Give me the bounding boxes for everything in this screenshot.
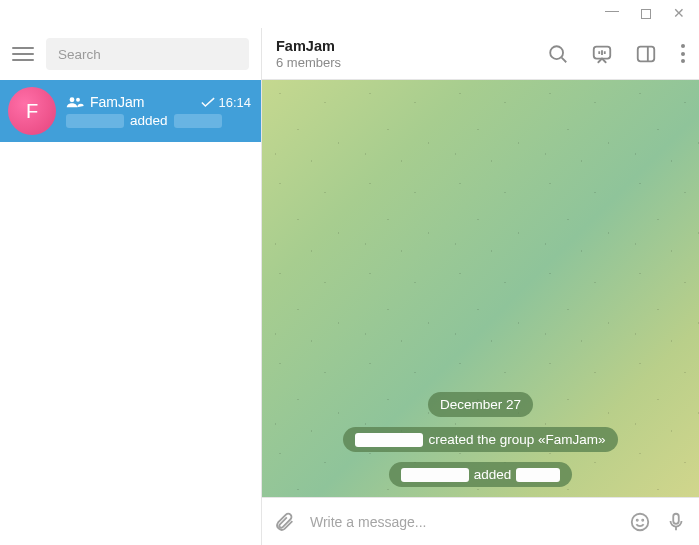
minimize-button[interactable]: — xyxy=(605,2,619,18)
more-menu-button[interactable] xyxy=(681,44,685,63)
avatar: F xyxy=(8,87,56,135)
service-message: added xyxy=(389,462,573,487)
microphone-icon[interactable] xyxy=(665,511,687,533)
close-button[interactable]: ✕ xyxy=(673,5,685,21)
check-icon xyxy=(201,97,215,108)
search-icon[interactable] xyxy=(547,43,569,65)
maximize-button[interactable] xyxy=(641,9,651,19)
svg-rect-13 xyxy=(673,513,679,523)
svg-point-2 xyxy=(550,46,563,59)
message-area: December 27 created the group «FamJam» a… xyxy=(262,80,699,497)
svg-point-11 xyxy=(637,519,638,520)
search-input[interactable]: Search xyxy=(46,38,249,70)
chat-header: FamJam 6 members xyxy=(262,28,699,80)
redacted-name xyxy=(66,114,124,128)
svg-point-10 xyxy=(632,513,649,530)
window-titlebar: — ✕ xyxy=(0,0,699,28)
chat-header-info[interactable]: FamJam 6 members xyxy=(276,38,525,70)
message-composer xyxy=(262,497,699,545)
date-badge: December 27 xyxy=(428,392,533,417)
service-message: created the group «FamJam» xyxy=(343,427,617,452)
chat-preview: added xyxy=(66,113,251,128)
emoji-icon[interactable] xyxy=(629,511,651,533)
menu-button[interactable] xyxy=(12,47,34,61)
redacted-name xyxy=(355,433,423,447)
redacted-name xyxy=(174,114,222,128)
attach-icon[interactable] xyxy=(274,511,296,533)
message-input[interactable] xyxy=(310,514,615,530)
chat-list-item[interactable]: F FamJam 16:14 added xyxy=(0,80,261,142)
svg-line-3 xyxy=(562,57,567,62)
redacted-name xyxy=(516,468,560,482)
svg-point-12 xyxy=(642,519,643,520)
chat-name: FamJam xyxy=(90,94,144,110)
chat-title: FamJam xyxy=(276,38,525,54)
chat-time: 16:14 xyxy=(201,95,251,110)
sidebar: Search F FamJam 16:14 added xyxy=(0,28,262,545)
svg-point-1 xyxy=(76,98,80,102)
svg-point-0 xyxy=(70,97,75,102)
svg-rect-8 xyxy=(638,46,655,61)
voice-chat-icon[interactable] xyxy=(591,43,613,65)
sidebar-toggle-icon[interactable] xyxy=(635,43,657,65)
group-icon xyxy=(66,95,84,109)
redacted-name xyxy=(401,468,469,482)
chat-subtitle: 6 members xyxy=(276,55,525,70)
